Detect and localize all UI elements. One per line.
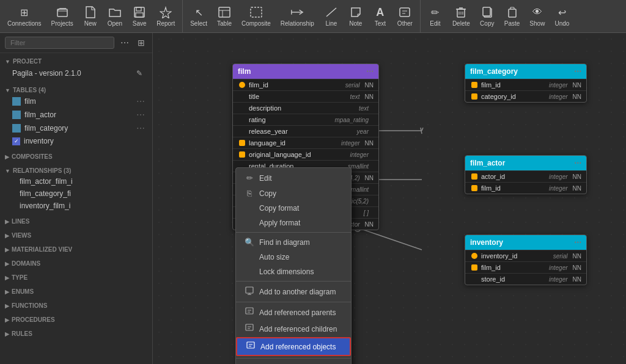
ctx-apply-format[interactable]: Apply format — [236, 216, 351, 230]
ctx-remove-from-diagram[interactable]: Remove from diagram — [236, 360, 351, 364]
type-chevron: ▶ — [5, 275, 9, 281]
enums-header[interactable]: ▶ ENUMS — [5, 286, 147, 296]
inventory-film-label: inventory_film_i — [20, 202, 70, 210]
line-button[interactable]: Line — [319, 3, 344, 29]
sidebar-item-film-category[interactable]: film_category ⋯ — [5, 122, 147, 135]
delete-button[interactable]: Delete — [447, 3, 475, 29]
ctx-add-referenced-objects[interactable]: Add referenced objects — [236, 337, 351, 356]
domains-chevron: ▶ — [5, 261, 9, 267]
views-label: VIEWS — [12, 232, 31, 239]
functions-section: ▶ FUNCTIONS — [0, 297, 152, 311]
filter-input[interactable] — [5, 37, 114, 49]
film-category-dots[interactable]: ⋯ — [136, 123, 145, 133]
film-release_year-row: release_year year — [233, 125, 378, 137]
sidebar-item-film-category-film[interactable]: film_category_fi — [5, 187, 147, 200]
composites-chevron: ▶ — [5, 154, 9, 160]
inventory-table-title: inventory — [470, 238, 503, 247]
fk-icon-lang — [238, 139, 246, 147]
project-name-item[interactable]: Pagila - version 2.1.0 ✎ — [5, 66, 147, 81]
paste-button[interactable]: Paste — [499, 3, 525, 29]
ctx-copy-format[interactable]: Copy format — [236, 201, 351, 216]
rules-header[interactable]: ▶ RULES — [5, 328, 147, 338]
ctx-edit[interactable]: ✏ Edit — [236, 170, 351, 186]
film-rating-row: rating mpaa_rating — [233, 114, 378, 125]
table-icon — [218, 5, 231, 19]
copy-button[interactable]: Copy — [475, 3, 499, 29]
ctx-find-diagram-label: Find in diagram — [259, 238, 310, 247]
open-button[interactable]: Open — [103, 3, 127, 29]
film-dots[interactable]: ⋯ — [136, 96, 145, 106]
type-header[interactable]: ▶ TYPE — [5, 272, 147, 282]
show-label: Show — [529, 20, 545, 27]
sidebar-item-film-actor-film[interactable]: film_actor_film_i — [5, 175, 147, 187]
film-table-dots[interactable]: ⋯ — [366, 67, 374, 76]
relationship-button[interactable]: Relationship — [276, 3, 319, 29]
other-button[interactable]: Other — [392, 3, 418, 29]
save-label: Save — [133, 20, 147, 27]
copy-icon — [481, 5, 494, 19]
film-actor-dots[interactable]: ⋯ — [136, 110, 145, 120]
ctx-edit-icon: ✏ — [245, 173, 254, 183]
paste-label: Paste — [504, 20, 520, 27]
delete-icon — [454, 5, 468, 19]
project-edit-icon[interactable]: ✎ — [134, 68, 145, 79]
canvas-area[interactable]: film ⋯ film_id serial NN title text NN d… — [153, 33, 626, 364]
sidebar-item-film[interactable]: film ⋯ — [5, 95, 147, 108]
project-label: PROJECT — [13, 58, 42, 65]
sidebar-layout-icon[interactable]: ⊞ — [135, 37, 147, 49]
ctx-lock-dimensions[interactable]: Lock dimensions — [236, 264, 351, 279]
project-header[interactable]: ▼ PROJECT — [5, 56, 147, 66]
show-button[interactable]: 👁 Show — [525, 3, 550, 29]
functions-chevron: ▶ — [5, 303, 9, 309]
ctx-add-referenced-children[interactable]: Add referenced children — [236, 321, 351, 337]
functions-header[interactable]: ▶ FUNCTIONS — [5, 300, 147, 310]
domains-header[interactable]: ▶ DOMAINS — [5, 258, 147, 268]
projects-button[interactable]: Projects — [46, 3, 78, 29]
film-category-table[interactable]: film_category ⋯ film_id integer NN categ… — [465, 64, 587, 103]
sidebar-more-icon[interactable]: ⋯ — [118, 37, 131, 49]
composites-section: ▶ COMPOSITES — [0, 148, 152, 162]
save-button[interactable]: Save — [127, 3, 152, 29]
film-actor-dots[interactable]: ⋯ — [574, 159, 581, 167]
connections-icon: ⊞ — [18, 5, 31, 19]
text-button[interactable]: A Text — [368, 3, 392, 29]
ctx-ref-parents-icon — [245, 307, 254, 318]
line-icon — [325, 5, 338, 19]
ctx-copy[interactable]: ⎘ Copy — [236, 186, 351, 201]
tables-header[interactable]: ▼ TABLES (4) — [5, 84, 147, 95]
new-button[interactable]: New — [78, 3, 103, 29]
composites-header[interactable]: ▶ COMPOSITES — [5, 151, 147, 161]
note-button[interactable]: Note — [344, 3, 368, 29]
inventory-dots[interactable]: ⋯ — [574, 238, 581, 247]
report-button[interactable]: Report — [152, 3, 180, 29]
sidebar-item-inventory-film[interactable]: inventory_film_i — [5, 200, 147, 212]
film-original_language_id-row: original_language_id integer — [233, 148, 378, 160]
edit-icon: ✏ — [429, 5, 442, 19]
sidebar-search-row: ⋯ ⊞ — [0, 33, 152, 53]
lines-header[interactable]: ▶ LINES — [5, 216, 147, 226]
mat-views-header[interactable]: ▶ MATERIALIZED VIEV — [5, 244, 147, 254]
table-button[interactable]: Table — [212, 3, 237, 29]
ctx-add-referenced-parents[interactable]: Add referenced parents — [236, 304, 351, 321]
composite-button[interactable]: Composite — [237, 3, 276, 29]
film-category-dots[interactable]: ⋯ — [574, 67, 581, 76]
domains-section: ▶ DOMAINS — [0, 255, 152, 269]
undo-button[interactable]: ↩ Undo — [550, 3, 574, 29]
film-category-table-title: film_category — [470, 67, 518, 76]
views-section: ▶ VIEWS — [0, 227, 152, 241]
select-button[interactable]: ↖ Select — [185, 3, 212, 29]
inventory-table[interactable]: inventory ⋯ inventory_id serial NN film_… — [465, 235, 587, 285]
sidebar-item-film-actor[interactable]: film_actor ⋯ — [5, 108, 147, 122]
relationships-header[interactable]: ▼ RELATIONSHIPS (3) — [5, 165, 147, 175]
views-header[interactable]: ▶ VIEWS — [5, 230, 147, 240]
film-actor-table[interactable]: film_actor ⋯ actor_id integer NN film_id… — [465, 155, 587, 194]
procedures-header[interactable]: ▶ PROCEDURES — [5, 314, 147, 324]
connections-button[interactable]: ⊞ Connections — [2, 3, 46, 29]
ctx-add-another-diagram[interactable]: Add to another diagram — [236, 283, 351, 300]
composites-label: COMPOSITES — [12, 153, 53, 160]
sidebar-item-inventory[interactable]: ✓ inventory — [5, 135, 147, 147]
ctx-auto-size[interactable]: Auto size — [236, 250, 351, 264]
edit-button[interactable]: ✏ Edit — [423, 3, 447, 29]
ctx-find-diagram[interactable]: 🔍 Find in diagram — [236, 235, 351, 250]
mat-views-chevron: ▶ — [5, 247, 9, 253]
